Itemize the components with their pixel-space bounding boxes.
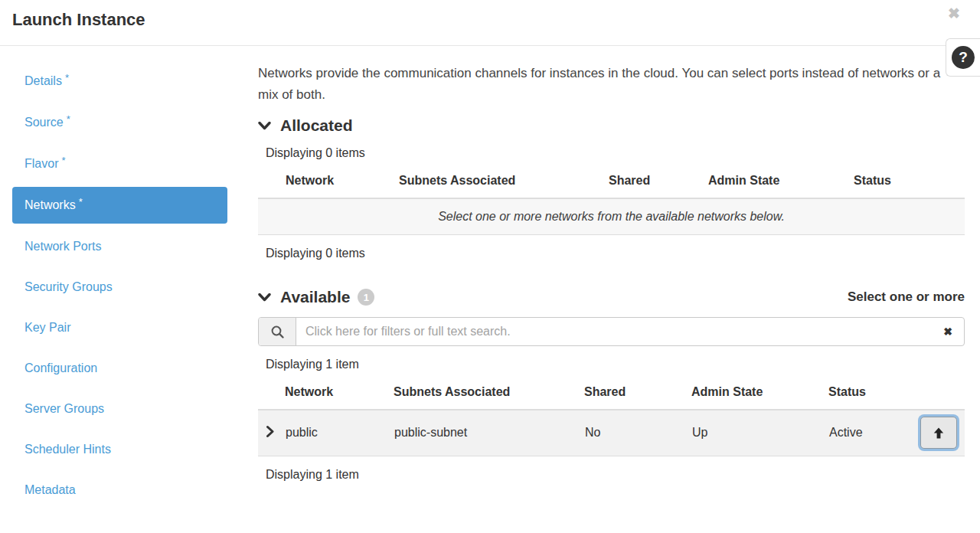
available-title: Available bbox=[280, 288, 350, 306]
help-button[interactable]: ? bbox=[946, 38, 980, 77]
sidebar-item-network-ports[interactable]: Network Ports bbox=[12, 228, 227, 264]
available-count-badge: 1 bbox=[358, 289, 374, 306]
allocate-network-button[interactable] bbox=[920, 417, 957, 449]
sidebar-item-key-pair[interactable]: Key Pair bbox=[12, 309, 227, 345]
sidebar-item-label: Network Ports bbox=[24, 240, 101, 253]
action-cell bbox=[916, 410, 965, 456]
column-header-subnets-associated: Subnets Associated bbox=[399, 168, 609, 198]
search-clear-icon[interactable]: ✖ bbox=[932, 318, 964, 345]
column-header-status: Status bbox=[828, 379, 916, 410]
sidebar-item-label: Configuration bbox=[24, 361, 97, 374]
available-count-top: Displaying 1 item bbox=[258, 358, 965, 371]
dialog-title: Launch Instance bbox=[12, 10, 145, 29]
required-asterisk: * bbox=[79, 196, 83, 208]
wizard-sidebar: Details* Source* Flavor* Networks* Netwo… bbox=[12, 63, 227, 512]
available-table: Network Subnets Associated Shared Admin … bbox=[258, 379, 965, 456]
column-header-admin-state: Admin State bbox=[708, 168, 854, 198]
column-header-shared: Shared bbox=[584, 379, 691, 410]
column-header-subnets-associated: Subnets Associated bbox=[394, 379, 584, 410]
allocated-table: Network Subnets Associated Shared Admin … bbox=[258, 168, 965, 235]
sidebar-item-source[interactable]: Source* bbox=[12, 104, 227, 141]
chevron-down-icon[interactable] bbox=[258, 120, 271, 131]
action-column-header bbox=[916, 379, 965, 410]
allocated-section-header: Allocated bbox=[258, 116, 965, 135]
networks-description: Networks provide the communication chann… bbox=[258, 63, 951, 106]
sidebar-item-label: Source bbox=[24, 116, 64, 129]
search-input[interactable] bbox=[296, 318, 932, 345]
sidebar-item-label: Metadata bbox=[24, 483, 76, 496]
column-header-shared: Shared bbox=[609, 168, 708, 198]
search-bar: ✖ bbox=[258, 317, 965, 346]
chevron-right-icon[interactable] bbox=[266, 425, 274, 438]
sidebar-item-label: Networks bbox=[24, 198, 76, 211]
search-icon bbox=[259, 318, 296, 345]
sidebar-item-flavor[interactable]: Flavor* bbox=[12, 146, 227, 182]
required-asterisk: * bbox=[65, 72, 69, 83]
sidebar-item-label: Security Groups bbox=[24, 280, 113, 293]
sidebar-item-label: Key Pair bbox=[24, 321, 70, 334]
sidebar-item-networks[interactable]: Networks* bbox=[12, 187, 227, 224]
sidebar-item-metadata[interactable]: Metadata bbox=[12, 472, 227, 508]
dialog-body: Details* Source* Flavor* Networks* Netwo… bbox=[0, 46, 980, 512]
available-section-header: Available 1 Select one or more bbox=[258, 288, 965, 306]
empty-state-message: Select one or more networks from the ava… bbox=[258, 198, 965, 235]
column-header-network: Network bbox=[258, 168, 399, 198]
allocated-title: Allocated bbox=[280, 116, 353, 135]
cell-shared: No bbox=[584, 410, 691, 456]
allocated-table-header-row: Network Subnets Associated Shared Admin … bbox=[258, 168, 965, 198]
expander-cell bbox=[258, 410, 285, 456]
sidebar-item-label: Server Groups bbox=[24, 402, 104, 415]
available-count-bottom: Displaying 1 item bbox=[258, 468, 965, 482]
required-asterisk: * bbox=[61, 155, 65, 166]
column-header-admin-state: Admin State bbox=[691, 379, 828, 410]
cell-status: Active bbox=[828, 410, 916, 456]
networks-step-panel: Networks provide the communication chann… bbox=[258, 63, 965, 512]
chevron-down-icon[interactable] bbox=[258, 292, 271, 302]
required-asterisk: * bbox=[67, 113, 70, 125]
sidebar-item-label: Details bbox=[24, 74, 62, 87]
cell-network: public bbox=[285, 410, 394, 456]
cell-subnets-associated: public-subnet bbox=[394, 410, 584, 456]
dialog-header: Launch Instance ✖ bbox=[0, 0, 980, 46]
allocated-empty-row: Select one or more networks from the ava… bbox=[258, 198, 965, 235]
column-header-network: Network bbox=[285, 379, 394, 410]
available-table-header-row: Network Subnets Associated Shared Admin … bbox=[258, 379, 965, 410]
table-row-public-network: public public-subnet No Up Active bbox=[258, 410, 965, 456]
sidebar-item-configuration[interactable]: Configuration bbox=[12, 350, 227, 386]
sidebar-item-details[interactable]: Details* bbox=[12, 63, 227, 100]
cell-admin-state: Up bbox=[691, 410, 828, 456]
question-icon: ? bbox=[952, 46, 975, 69]
sidebar-item-label: Scheduler Hints bbox=[24, 443, 111, 456]
close-icon[interactable]: ✖ bbox=[948, 6, 960, 21]
sidebar-item-server-groups[interactable]: Server Groups bbox=[12, 391, 227, 427]
sidebar-item-security-groups[interactable]: Security Groups bbox=[12, 269, 227, 305]
expander-column-header bbox=[258, 379, 285, 410]
sidebar-item-scheduler-hints[interactable]: Scheduler Hints bbox=[12, 431, 227, 467]
sidebar-item-label: Flavor bbox=[24, 157, 58, 170]
allocated-count-bottom: Displaying 0 items bbox=[258, 247, 965, 260]
arrow-up-icon bbox=[933, 427, 945, 440]
column-header-status: Status bbox=[854, 168, 965, 198]
allocated-count-top: Displaying 0 items bbox=[258, 146, 965, 160]
select-hint-label: Select one or more bbox=[848, 289, 965, 305]
available-title-group: Available 1 bbox=[258, 288, 374, 306]
